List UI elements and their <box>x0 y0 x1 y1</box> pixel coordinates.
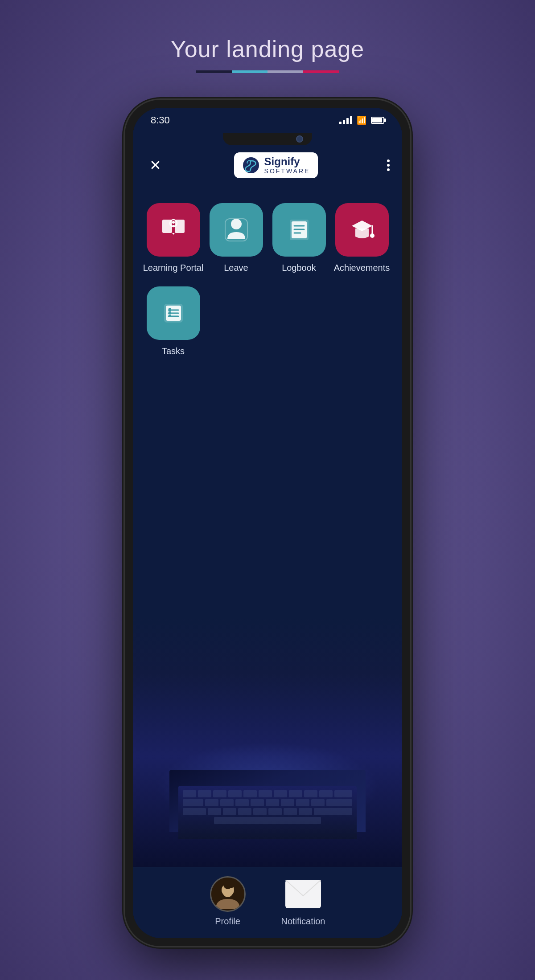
app-header: ✕ Signify SOFTWARE <box>133 145 402 185</box>
app-item-logbook[interactable]: Logbook <box>268 203 330 273</box>
svg-point-5 <box>231 219 242 229</box>
svg-rect-23 <box>183 790 196 797</box>
signal-icon <box>339 116 352 124</box>
book-icon <box>158 214 189 245</box>
close-button[interactable]: ✕ <box>145 157 165 174</box>
learning-portal-icon <box>147 203 200 257</box>
svg-rect-26 <box>228 790 242 797</box>
svg-rect-39 <box>266 799 279 806</box>
svg-rect-28 <box>259 790 272 797</box>
svg-rect-44 <box>183 808 206 815</box>
svg-rect-52 <box>314 808 352 815</box>
svg-rect-41 <box>296 799 309 806</box>
app-grid-row1: Learning Portal Leave <box>133 185 402 282</box>
svg-rect-34 <box>183 799 203 806</box>
tasks-svg-icon <box>158 298 189 329</box>
logo-icon <box>242 156 260 174</box>
person-icon <box>221 214 252 245</box>
background-image <box>133 591 402 867</box>
svg-rect-51 <box>299 808 312 815</box>
phone-screen: 8:30 📶 ✕ <box>133 108 402 938</box>
app-grid-row2: Tasks <box>133 282 402 365</box>
page-title: Your landing page <box>171 36 364 62</box>
svg-rect-35 <box>205 799 218 806</box>
svg-rect-40 <box>281 799 294 806</box>
wifi-icon: 📶 <box>357 115 366 125</box>
leave-label: Leave <box>224 263 248 273</box>
tasks-label: Tasks <box>162 346 185 356</box>
app-content: Learning Portal Leave <box>133 185 402 867</box>
profile-avatar <box>210 876 246 912</box>
svg-rect-53 <box>214 817 321 824</box>
notification-label: Notification <box>281 916 325 927</box>
logbook-svg-icon <box>284 214 315 245</box>
battery-icon <box>371 117 384 124</box>
keyboard-svg <box>178 786 357 839</box>
more-menu-button[interactable] <box>387 159 390 171</box>
svg-rect-32 <box>319 790 333 797</box>
svg-rect-20 <box>169 308 171 311</box>
mail-icon <box>285 880 321 908</box>
leave-icon <box>210 203 263 257</box>
svg-rect-33 <box>334 790 352 797</box>
logbook-icon <box>272 203 326 257</box>
svg-rect-37 <box>235 799 249 806</box>
achievements-label: Achievements <box>334 263 390 273</box>
bottom-nav: Profile Notification <box>133 867 402 938</box>
color-bar <box>196 70 339 73</box>
svg-rect-22 <box>169 314 171 317</box>
svg-rect-43 <box>326 799 352 806</box>
status-icons: 📶 <box>339 115 384 125</box>
tasks-icon <box>147 286 200 340</box>
logo: Signify SOFTWARE <box>234 152 318 178</box>
learning-portal-label: Learning Portal <box>143 263 204 273</box>
svg-rect-42 <box>311 799 325 806</box>
status-time: 8:30 <box>151 114 170 126</box>
logo-signify: Signify <box>264 156 310 167</box>
notification-icon <box>285 876 321 912</box>
app-item-tasks[interactable]: Tasks <box>142 286 205 356</box>
svg-point-14 <box>370 233 374 238</box>
svg-rect-30 <box>289 790 302 797</box>
svg-rect-46 <box>223 808 236 815</box>
svg-rect-29 <box>274 790 287 797</box>
nav-notification[interactable]: Notification <box>281 876 325 927</box>
svg-rect-47 <box>238 808 251 815</box>
svg-rect-25 <box>213 790 226 797</box>
svg-rect-38 <box>251 799 264 806</box>
nav-profile[interactable]: Profile <box>210 876 246 927</box>
svg-rect-21 <box>169 311 171 314</box>
svg-rect-36 <box>220 799 234 806</box>
app-item-learning-portal[interactable]: Learning Portal <box>142 203 205 273</box>
svg-rect-49 <box>268 808 282 815</box>
profile-photo <box>211 878 244 911</box>
status-bar: 8:30 📶 <box>133 108 402 133</box>
front-camera <box>296 135 303 143</box>
laptop-keyboard <box>178 786 357 839</box>
logo-text: Signify SOFTWARE <box>264 156 310 175</box>
app-item-achievements[interactable]: Achievements <box>330 203 393 273</box>
svg-rect-31 <box>304 790 317 797</box>
svg-rect-48 <box>253 808 267 815</box>
notch <box>223 133 312 145</box>
svg-rect-27 <box>243 790 257 797</box>
profile-label: Profile <box>215 916 240 927</box>
logo-software: SOFTWARE <box>264 168 310 175</box>
app-item-leave[interactable]: Leave <box>205 203 268 273</box>
svg-rect-24 <box>198 790 211 797</box>
phone-shell: 8:30 📶 ✕ <box>125 100 410 946</box>
achievements-icon <box>335 203 389 257</box>
graduation-icon <box>346 214 378 245</box>
svg-rect-45 <box>208 808 221 815</box>
svg-rect-50 <box>284 808 297 815</box>
logbook-label: Logbook <box>282 263 316 273</box>
svg-point-4 <box>172 221 175 224</box>
